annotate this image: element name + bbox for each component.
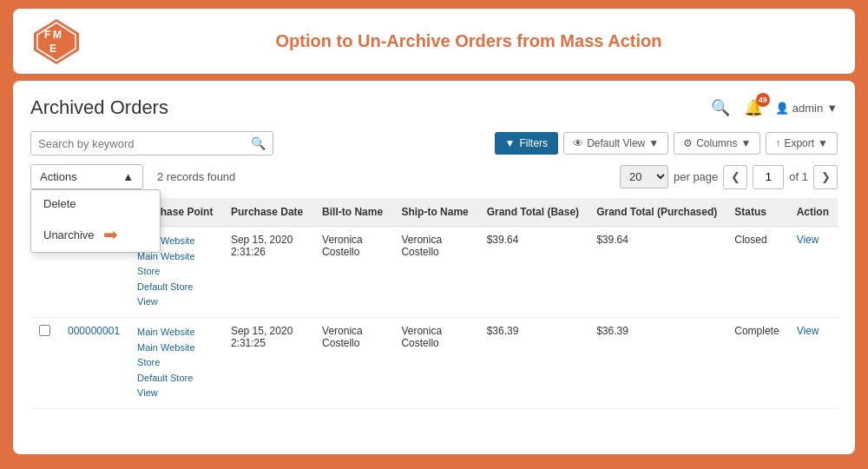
page-total-label: of 1 bbox=[789, 170, 808, 183]
svg-text:E: E bbox=[49, 43, 56, 55]
row-grand-total-base: $39.64 bbox=[478, 227, 588, 318]
global-search-button[interactable]: 🔍 bbox=[709, 96, 732, 119]
svg-text:M: M bbox=[53, 29, 62, 41]
filters-label: Filters bbox=[519, 137, 548, 149]
view-link[interactable]: View bbox=[797, 325, 819, 337]
notification-button[interactable]: 🔔 49 bbox=[744, 98, 763, 117]
filters-button[interactable]: ▼ Filters bbox=[495, 132, 559, 155]
header-icons: 🔍 🔔 49 👤 admin ▼ bbox=[709, 96, 838, 119]
notification-badge: 49 bbox=[756, 93, 770, 107]
unarchive-label: Unarchive bbox=[43, 228, 95, 241]
row-action[interactable]: View bbox=[788, 227, 838, 318]
actions-dropdown: Actions ▲ Delete Unarchive ➡ bbox=[30, 164, 143, 189]
row-ship-to: Veronica Costello bbox=[392, 227, 477, 318]
toolbar-right: ▼ Filters 👁 Default View ▼ ⚙ Columns ▼ ↑… bbox=[495, 132, 838, 155]
admin-label: admin bbox=[792, 102, 823, 115]
toolbar-row: 🔍 ▼ Filters 👁 Default View ▼ ⚙ Columns ▼… bbox=[30, 131, 838, 155]
col-header-ship-to: Ship-to Name bbox=[392, 198, 477, 227]
pagination: 20 50 100 per page ❮ of 1 ❯ bbox=[620, 165, 838, 189]
view-link[interactable]: View bbox=[797, 234, 819, 246]
row-purchase-point: Main Website Main Website Store Default … bbox=[128, 317, 222, 408]
svg-marker-0 bbox=[34, 19, 79, 64]
prev-page-button[interactable]: ❮ bbox=[723, 165, 747, 189]
export-icon: ↑ bbox=[775, 137, 780, 149]
records-count: 2 records found bbox=[157, 170, 235, 183]
columns-button[interactable]: ⚙ Columns ▼ bbox=[674, 132, 760, 155]
actions-label: Actions bbox=[40, 170, 77, 183]
arrow-icon: ➡ bbox=[103, 224, 118, 245]
page-header-row: Archived Orders 🔍 🔔 49 👤 admin ▼ bbox=[30, 96, 838, 119]
main-content: Archived Orders 🔍 🔔 49 👤 admin ▼ 🔍 ▼ Fil… bbox=[13, 81, 855, 454]
admin-menu-button[interactable]: 👤 admin ▼ bbox=[775, 102, 838, 115]
row-grand-total-purchased: $36.39 bbox=[588, 317, 726, 408]
row-purchase-date: Sep 15, 2020 2:31:26 bbox=[222, 227, 313, 318]
chevron-down-icon: ▼ bbox=[741, 137, 752, 149]
view-label: Default View bbox=[587, 137, 645, 149]
actions-dropdown-menu: Delete Unarchive ➡ bbox=[30, 189, 161, 253]
row-grand-total-purchased: $39.64 bbox=[588, 227, 726, 318]
actions-button[interactable]: Actions ▲ bbox=[30, 164, 143, 189]
row-purchase-date: Sep 15, 2020 2:31:25 bbox=[222, 317, 313, 408]
actions-left: Actions ▲ Delete Unarchive ➡ 2 records f… bbox=[30, 164, 235, 189]
user-icon: 👤 bbox=[775, 102, 789, 115]
chevron-down-icon: ▼ bbox=[826, 102, 838, 115]
export-button[interactable]: ↑ Export ▼ bbox=[766, 132, 838, 155]
header-bar: F M E Option to Un-Archive Orders from M… bbox=[13, 9, 855, 74]
columns-icon: ⚙ bbox=[683, 137, 693, 149]
col-header-bill-to: Bill-to Name bbox=[313, 198, 392, 227]
chevron-down-icon: ▼ bbox=[818, 137, 828, 149]
page-number-input[interactable] bbox=[753, 165, 784, 189]
per-page-label: per page bbox=[674, 170, 718, 183]
table-row: 000000001 Main Website Main Website Stor… bbox=[30, 317, 838, 408]
next-page-button[interactable]: ❯ bbox=[813, 165, 838, 189]
row-bill-to: Veronica Costello bbox=[313, 227, 392, 318]
row-id: 000000001 bbox=[59, 317, 128, 408]
row-status: Complete bbox=[726, 317, 787, 408]
col-header-purchase-date: Purchase Date bbox=[222, 198, 313, 227]
row-status: Closed bbox=[726, 227, 787, 318]
action-unarchive[interactable]: Unarchive ➡ bbox=[31, 217, 160, 252]
columns-label: Columns bbox=[696, 137, 737, 149]
per-page-select[interactable]: 20 50 100 bbox=[620, 165, 668, 188]
col-header-grand-total-base: Grand Total (Base) bbox=[478, 198, 588, 227]
chevron-up-icon: ▲ bbox=[122, 170, 134, 183]
row-ship-to: Veronica Costello bbox=[392, 317, 477, 408]
page-title: Archived Orders bbox=[30, 96, 168, 119]
logo: F M E bbox=[30, 17, 82, 65]
col-header-status: Status bbox=[726, 198, 787, 227]
search-input[interactable] bbox=[38, 137, 251, 150]
row-checkbox-cell[interactable] bbox=[30, 317, 59, 408]
search-box: 🔍 bbox=[30, 131, 273, 155]
row-grand-total-base: $36.39 bbox=[478, 317, 588, 408]
action-delete[interactable]: Delete bbox=[31, 190, 160, 217]
chevron-down-icon: ▼ bbox=[648, 137, 659, 149]
col-header-action: Action bbox=[788, 198, 838, 227]
default-view-button[interactable]: 👁 Default View ▼ bbox=[563, 132, 668, 155]
row-checkbox[interactable] bbox=[39, 325, 50, 336]
export-label: Export bbox=[784, 137, 814, 149]
actions-row: Actions ▲ Delete Unarchive ➡ 2 records f… bbox=[30, 164, 838, 189]
eye-icon: 👁 bbox=[573, 137, 583, 149]
col-header-grand-total-purchased: Grand Total (Purchased) bbox=[588, 198, 726, 227]
row-action[interactable]: View bbox=[788, 317, 838, 408]
filter-icon: ▼ bbox=[505, 137, 516, 149]
search-submit-button[interactable]: 🔍 bbox=[251, 136, 266, 150]
svg-text:F: F bbox=[44, 29, 50, 41]
row-bill-to: Veronica Costello bbox=[313, 317, 392, 408]
page-header-title: Option to Un-Archive Orders from Mass Ac… bbox=[100, 31, 838, 51]
